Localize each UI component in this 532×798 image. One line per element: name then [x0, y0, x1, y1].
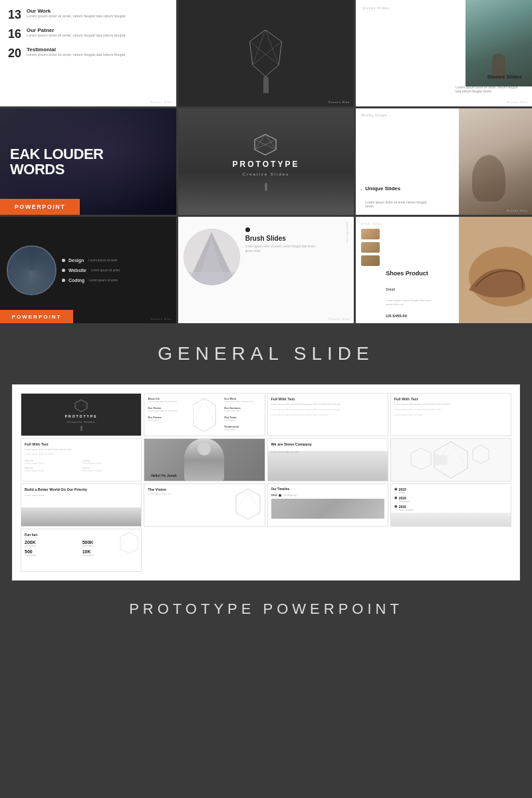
top-section: 13 Our Work Lorem ipsum dolor sit amet, …: [0, 0, 532, 323]
shoes-detail-label: Detail: [386, 287, 395, 291]
svg-marker-26: [411, 448, 431, 469]
slide-num-13: 13: [8, 8, 27, 22]
slide-label-9: Stones Slas: [507, 317, 528, 321]
general-slide-grid: PROTOTYPE Creative Slides About Us Lorem…: [12, 384, 520, 581]
slide-speak-louder[interactable]: EAK LOUDER WORDS POWERPOINT: [0, 108, 176, 215]
design-label: Design: [68, 258, 84, 263]
slide-desc-testimonial: Lorem ipsum dolor sit amet, netum feugia…: [27, 53, 125, 58]
unique-slides-desc: Lorem ipsum dolor sit amet netum feugiat…: [365, 200, 432, 208]
slide-num-20: 20: [8, 47, 27, 61]
slide-label-1: Stones Slas: [150, 100, 172, 104]
slide-label-2: Stones Slas: [329, 100, 350, 104]
slide-label-7: Stones Slas: [150, 317, 172, 321]
prototype-sub: Creative Slides: [243, 172, 289, 176]
shoe-color-1[interactable]: [361, 229, 380, 239]
slide-title-testimonial: Testimonial: [27, 47, 125, 53]
mini-geo-icon: [193, 397, 216, 434]
svg-line-22: [204, 398, 215, 425]
svg-marker-29: [236, 489, 260, 519]
unique-slides-title: Unique Slides: [365, 186, 525, 192]
shoe-color-3[interactable]: [361, 255, 380, 266]
mini-slide-cols[interactable]: About Us Lorem ipsum dolor sit amet lore…: [144, 393, 265, 436]
mini-fulltext-desc-2: Lorem ipsum dolor sit amet lorem ipsum d…: [394, 403, 507, 406]
shoe-color-2[interactable]: [361, 242, 380, 253]
coding-label: Coding: [68, 278, 84, 283]
slide-dark-geometric[interactable]: Stones Slas: [178, 0, 354, 106]
svg-line-21: [193, 398, 204, 425]
svg-marker-27: [473, 445, 489, 464]
powerpoint-badge: POWERPOINT: [15, 203, 66, 210]
prototype-title: PROTOTYPE: [233, 160, 300, 169]
svg-rect-14: [184, 272, 240, 285]
mini-fulltext-desc-1: Lorem ipsum dolor sit amet lorem ipsum d…: [271, 403, 384, 406]
speak-louder-text: EAK LOUDER: [10, 146, 166, 162]
mini-slide-person-photo[interactable]: Hello! I'm Jonah: [144, 438, 265, 481]
stone-company-title: We are Stone Company: [271, 442, 312, 446]
mini-proto-sub: Creative Slides: [67, 420, 95, 424]
website-label: Website: [68, 268, 86, 273]
general-slide-section: GENERAL SLIDE: [0, 323, 532, 384]
general-slide-title: GENERAL SLIDE: [0, 343, 532, 364]
vision-geo-icon: [235, 487, 261, 521]
mini-slide-vision[interactable]: The Vision Lorem ipsum dolor sit: [144, 483, 265, 527]
svg-line-19: [81, 400, 87, 408]
stones-slides-title: Stones Slides: [487, 74, 522, 80]
slide-unique-slides[interactable]: Muddy Spage ▪ Unique Slides Lorem ipsum …: [356, 108, 532, 215]
brush-dot-icon: [245, 227, 250, 232]
slide-label-6: Stones Slas: [507, 209, 528, 212]
brush-slides-desc: Lorem ipsum dolor sit amet, netum feugia…: [245, 244, 319, 253]
svg-line-18: [75, 400, 81, 408]
slide-desc-ourwork: Lorem ipsum dolor sit amet, netum feugia…: [27, 14, 125, 19]
prototype-powerpoint-title: PROTOTYPE POWERPOINT: [0, 600, 532, 618]
stones-slides-desc: Lorem ipsum dolor sit amet, netum feugia…: [456, 85, 522, 93]
slide-title-ourwork: Our Work: [27, 8, 125, 14]
mini-fulltext-title-2: Full With Text: [394, 397, 507, 401]
stone-company-desc: Lorem ipsum dolor sit amet: [271, 451, 299, 454]
slide-title-ourpatner: Our Patner: [27, 27, 125, 33]
svg-line-33: [120, 533, 129, 549]
powerpoint-badge-bottom: POWERPOINT: [12, 314, 62, 320]
mini-proto-logo-icon: [74, 399, 88, 412]
mini-slide-fulltext-2[interactable]: Full With Text Lorem ipsum dolor sit ame…: [390, 393, 511, 436]
mini-slide-geo-shapes[interactable]: [390, 438, 511, 481]
mini-fulltext-title-3: Full With Text: [25, 442, 138, 446]
build-world-desc: Lorem ipsum dolor: [25, 494, 138, 497]
timeline-title: Our Timeline: [271, 487, 384, 491]
shoes-product-title: Shoes Product: [386, 270, 428, 277]
slide-shoes-product[interactable]: Other Color Shoes Product Detail Lo: [356, 217, 532, 323]
svg-line-25: [451, 442, 467, 468]
mini-slide-proto[interactable]: PROTOTYPE Creative Slides: [21, 393, 142, 436]
slide-stones-slides[interactable]: Stones Slides Stones Slides Lorem ipsum …: [356, 0, 532, 106]
mini-fulltext-title-1: Full With Text: [271, 397, 384, 401]
shoes-detail-text: Lorem ipsum, netum feugiat tata lorem ip…: [386, 299, 436, 307]
mini-slide-timeline-2[interactable]: ◉ 2015 Ending ◉ 2016 Unemployed ◉: [390, 483, 511, 527]
slide-desc-ourpatner: Lorem ipsum dolor sit amet, netum feugia…: [27, 33, 125, 39]
prototype-geo-icon: [254, 133, 277, 156]
person-title: Hello! I'm Jonah: [151, 473, 176, 477]
build-world-title: Build a Better World On Our Priority: [25, 487, 138, 492]
brush-slides-title: Brush Slides: [245, 235, 349, 242]
slide-label-8: Stones Slas: [329, 317, 350, 321]
slide-prototype-dark[interactable]: PROTOTYPE Creative Slides: [178, 108, 354, 215]
words-text: WORDS: [10, 162, 166, 177]
prototype-powerpoint-section: PROTOTYPE POWERPOINT: [0, 581, 532, 638]
shoe-photo: [459, 217, 532, 323]
mini-slide-fulltext-1[interactable]: Full With Text Lorem ipsum dolor sit ame…: [267, 393, 388, 436]
shoes-price: US $455.00: [386, 314, 407, 318]
svg-marker-0: [250, 30, 282, 76]
mini-slide-timeline[interactable]: Our Timeline 2014 The Beginning: [267, 483, 388, 527]
slide-numbered-list[interactable]: 13 Our Work Lorem ipsum dolor sit amet, …: [0, 0, 176, 106]
mini-slide-fulltext-3[interactable]: Full With Text Lorem ipsum dolor sit ame…: [21, 438, 142, 481]
svg-rect-28: [434, 455, 448, 465]
svg-marker-20: [193, 398, 215, 432]
geometric-crystal-icon: [247, 30, 284, 76]
mountain-illustration: [184, 229, 240, 285]
mini-slide-funfact[interactable]: Fun fact 200K Lorem ipsum 500K Lorem ips…: [21, 529, 142, 572]
slides-grid-top: 13 Our Work Lorem ipsum dolor sit amet, …: [0, 0, 532, 323]
slide-num-16: 16: [8, 27, 27, 41]
mini-slide-stone-company[interactable]: We are Stone Company Lorem ipsum dolor s…: [267, 438, 388, 481]
geo-shapes-icon: [408, 438, 494, 481]
slide-brush-slides-mountain[interactable]: Brush Slides Lorem ipsum dolor sit amet,…: [178, 217, 354, 323]
slide-design-circle[interactable]: Design Lorem ipsum sit amet Website Lore…: [0, 217, 176, 323]
mini-slide-build-world[interactable]: Build a Better World On Our Priority Lor…: [21, 483, 142, 527]
